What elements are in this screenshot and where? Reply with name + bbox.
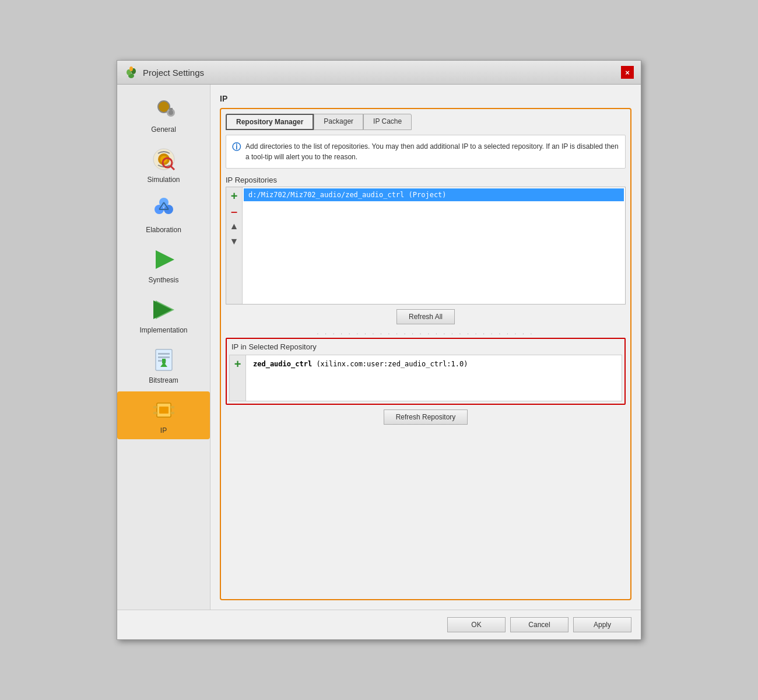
ip-list: zed_audio_ctrl (xilinx.com:user:zed_audi… — [246, 355, 622, 401]
ip-selected-section: IP in Selected Repository + zed_audio_ct… — [226, 338, 626, 405]
synthesis-icon — [150, 246, 178, 274]
tab-bar: Repository Manager Packager IP Cache — [226, 114, 626, 130]
sidebar-item-elaboration-label: Elaboration — [146, 226, 181, 234]
window-title: Project Settings — [143, 68, 204, 78]
svg-rect-8 — [169, 108, 173, 110]
ip-repositories-label: IP Repositories — [226, 176, 626, 184]
close-button[interactable]: × — [621, 66, 634, 79]
general-icon — [150, 95, 178, 123]
dialog-body: General Simulation — [117, 85, 641, 610]
simulation-icon — [150, 145, 178, 173]
svg-point-3 — [129, 66, 133, 71]
sidebar-item-general-label: General — [151, 125, 176, 134]
sidebar-item-elaboration[interactable]: Elaboration — [117, 191, 210, 239]
sidebar-item-synthesis[interactable]: Synthesis — [117, 241, 210, 289]
add-repository-button[interactable]: + — [228, 190, 241, 202]
tab-packager[interactable]: Packager — [314, 114, 363, 130]
repo-list: d:/Miz702/Miz702_audio/zed_audio_ctrl (P… — [243, 187, 625, 304]
title-bar-left: Project Settings — [124, 65, 204, 79]
tab-ip-cache[interactable]: IP Cache — [363, 114, 412, 130]
sidebar-item-ip-label: IP — [160, 426, 167, 435]
repo-toolbar: + – ▲ ▼ — [226, 187, 243, 304]
svg-rect-31 — [153, 412, 157, 414]
ip-list-item[interactable]: zed_audio_ctrl (xilinx.com:user:zed_audi… — [248, 358, 619, 370]
ok-button[interactable]: OK — [447, 617, 506, 632]
move-down-button[interactable]: ▼ — [228, 235, 241, 248]
ip-selected-label: IP in Selected Repository — [227, 339, 624, 352]
info-text: Add directories to the list of repositor… — [245, 141, 619, 162]
svg-rect-24 — [158, 353, 170, 355]
tabs-area: Repository Manager Packager IP Cache ⓘ A… — [220, 108, 631, 600]
svg-marker-20 — [156, 250, 174, 269]
section-title: IP — [220, 94, 631, 103]
refresh-all-area: Refresh All — [226, 309, 626, 324]
svg-line-13 — [171, 166, 174, 170]
ip-selected-toolbar: + — [230, 355, 246, 401]
ip-icon — [150, 396, 178, 424]
sidebar-item-general[interactable]: General — [117, 90, 210, 138]
ip-selected-panel: + zed_audio_ctrl (xilinx.com:user:zed_au… — [229, 355, 622, 401]
svg-rect-32 — [171, 406, 174, 408]
svg-rect-33 — [171, 412, 174, 414]
elaboration-icon — [150, 195, 178, 223]
cancel-button[interactable]: Cancel — [510, 617, 568, 632]
info-icon: ⓘ — [232, 142, 241, 162]
sidebar: General Simulation — [117, 85, 210, 610]
tab-repository-manager[interactable]: Repository Manager — [226, 114, 314, 130]
sidebar-item-simulation[interactable]: Simulation — [117, 141, 210, 188]
title-bar: Project Settings × — [117, 61, 641, 85]
implementation-icon — [150, 296, 178, 324]
sidebar-item-bitstream-label: Bitstream — [149, 376, 178, 384]
svg-point-7 — [169, 110, 173, 115]
dialog-footer: OK Cancel Apply — [117, 610, 641, 639]
refresh-repository-area: Refresh Repository — [226, 410, 626, 425]
svg-rect-34 — [159, 407, 169, 414]
main-content: IP Repository Manager Packager IP Cache — [210, 85, 641, 610]
info-box: ⓘ Add directories to the list of reposit… — [226, 135, 626, 169]
app-logo-icon — [124, 65, 138, 79]
apply-button[interactable]: Apply — [573, 617, 631, 632]
sidebar-item-simulation-label: Simulation — [147, 176, 180, 184]
svg-rect-28 — [162, 359, 166, 363]
refresh-repository-button[interactable]: Refresh Repository — [384, 410, 468, 425]
sidebar-item-implementation[interactable]: Implementation — [117, 291, 210, 339]
sidebar-item-ip[interactable]: IP — [117, 391, 210, 439]
svg-rect-30 — [153, 406, 157, 408]
repo-list-item[interactable]: d:/Miz702/Miz702_audio/zed_audio_ctrl (P… — [244, 188, 624, 201]
sidebar-item-implementation-label: Implementation — [139, 326, 187, 334]
svg-marker-22 — [153, 300, 172, 319]
refresh-all-button[interactable]: Refresh All — [396, 309, 455, 324]
project-settings-dialog: Project Settings × General — [117, 60, 641, 640]
ip-repositories-panel: + – ▲ ▼ d:/Miz702/Miz702_audio/zed_audio… — [226, 187, 626, 304]
sidebar-item-synthesis-label: Synthesis — [148, 276, 178, 284]
remove-repository-button[interactable]: – — [228, 205, 241, 218]
add-ip-button[interactable]: + — [231, 358, 244, 370]
svg-rect-25 — [158, 356, 170, 358]
sidebar-item-bitstream[interactable]: Bitstream — [117, 341, 210, 389]
separator: . . . . . . . . . . . . . . . . . . . . … — [226, 329, 626, 335]
bitstream-icon — [150, 346, 178, 374]
move-up-button[interactable]: ▲ — [228, 220, 241, 233]
